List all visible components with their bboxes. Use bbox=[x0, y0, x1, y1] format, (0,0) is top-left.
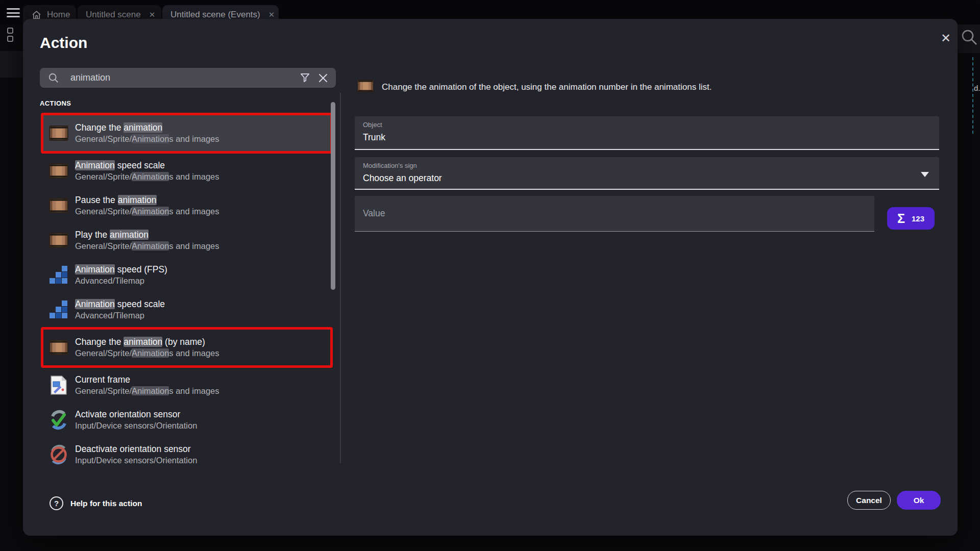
dialog-title: Action bbox=[40, 34, 87, 52]
value-field[interactable] bbox=[355, 196, 874, 232]
action-dialog: Action ✕ ACTIONS Change the animationGen… bbox=[23, 19, 958, 536]
action-item-path: General/Sprite/Animations and images bbox=[75, 348, 219, 359]
action-item-title: Play the animation bbox=[75, 229, 219, 240]
sprite-animation-icon bbox=[357, 79, 374, 95]
orientation-off-icon bbox=[48, 444, 69, 465]
action-item-title: Current frame bbox=[75, 374, 219, 385]
field-label: Modification's sign bbox=[363, 162, 417, 169]
action-item-text: Animation speed scaleAdvanced/Tilemap bbox=[75, 298, 165, 321]
value-input[interactable] bbox=[363, 196, 853, 231]
object-field-value: Trunk bbox=[363, 132, 385, 143]
action-item-title: Animation speed scale bbox=[75, 160, 219, 171]
action-item-text: Current frameGeneral/Sprite/Animations a… bbox=[75, 374, 219, 396]
objects-grid-icon bbox=[7, 28, 13, 44]
tilemap-icon bbox=[48, 264, 69, 286]
tab-close-icon[interactable]: ✕ bbox=[268, 10, 275, 19]
tab-label: Untitled scene (Events) bbox=[170, 10, 260, 20]
tilemap-icon bbox=[48, 299, 69, 320]
action-list-item[interactable]: Change the animation (by name)General/Sp… bbox=[41, 327, 333, 368]
action-item-text: Pause the animationGeneral/Sprite/Animat… bbox=[75, 194, 219, 217]
action-list-item[interactable]: Current frameGeneral/Sprite/Animations a… bbox=[41, 368, 333, 403]
action-list-item[interactable]: Animation speed (FPS)Advanced/Tilemap bbox=[41, 258, 333, 292]
action-item-path: Input/Device sensors/Orientation bbox=[75, 420, 197, 431]
action-list-item[interactable]: Play the animationGeneral/Sprite/Animati… bbox=[41, 223, 333, 258]
action-item-title: Pause the animation bbox=[75, 194, 219, 206]
action-item-title: Change the animation (by name) bbox=[75, 336, 219, 347]
help-icon: ? bbox=[50, 496, 63, 510]
action-item-path: General/Sprite/Animations and images bbox=[75, 386, 219, 396]
action-item-title: Change the animation bbox=[75, 122, 219, 133]
ok-button[interactable]: Ok bbox=[897, 491, 941, 510]
field-label: Object bbox=[363, 121, 382, 129]
action-item-text: Play the animationGeneral/Sprite/Animati… bbox=[75, 229, 219, 252]
help-link[interactable]: ? Help for this action bbox=[50, 496, 142, 510]
action-item-path: General/Sprite/Animations and images bbox=[75, 171, 219, 182]
help-label: Help for this action bbox=[70, 499, 142, 508]
action-item-text: Change the animation (by name)General/Sp… bbox=[75, 336, 219, 359]
action-list-item[interactable]: Deactivate orientation sensorInput/Devic… bbox=[41, 437, 333, 472]
action-item-title: Deactivate orientation sensor bbox=[75, 443, 197, 455]
scrollbar-thumb[interactable] bbox=[331, 102, 335, 290]
object-field[interactable]: Object Trunk bbox=[355, 116, 939, 150]
close-icon[interactable]: ✕ bbox=[937, 29, 955, 47]
expression-editor-button[interactable]: Σ 123 bbox=[887, 207, 935, 230]
magnifier-icon[interactable] bbox=[961, 29, 978, 49]
filter-icon[interactable] bbox=[297, 70, 312, 86]
action-item-path: General/Sprite/Animations and images bbox=[75, 206, 219, 217]
menu-hamburger-icon[interactable] bbox=[7, 8, 20, 17]
action-list-item[interactable]: Change the animationGeneral/Sprite/Anima… bbox=[41, 113, 333, 154]
cancel-button[interactable]: Cancel bbox=[847, 491, 891, 510]
action-item-text: Animation speed scaleGeneral/Sprite/Anim… bbox=[75, 160, 219, 182]
actions-section-label: ACTIONS bbox=[40, 99, 71, 107]
operator-select[interactable]: Modification's sign Choose an operator bbox=[355, 157, 939, 190]
operator-select-value: Choose an operator bbox=[363, 173, 442, 184]
action-item-title: Activate orientation sensor bbox=[75, 409, 197, 420]
action-list-item[interactable]: Animation speed scaleGeneral/Sprite/Anim… bbox=[41, 154, 333, 188]
background-panel-fragment bbox=[0, 51, 23, 78]
tab-close-icon[interactable]: ✕ bbox=[149, 10, 156, 19]
action-list-item[interactable]: Activate orientation sensorInput/Device … bbox=[41, 403, 333, 437]
tab-label: Untitled scene bbox=[86, 10, 141, 20]
action-item-path: Advanced/Tilemap bbox=[75, 276, 167, 286]
action-list-item[interactable]: Animation speed scaleAdvanced/Tilemap bbox=[41, 292, 333, 327]
action-item-text: Deactivate orientation sensorInput/Devic… bbox=[75, 443, 197, 466]
action-item-path: General/Sprite/Animations and images bbox=[75, 134, 219, 144]
action-description: Change the animation of the object, usin… bbox=[382, 82, 938, 92]
action-item-path: General/Sprite/Animations and images bbox=[75, 241, 219, 252]
app-screen: Home Untitled scene ✕ Untitled scene (Ev… bbox=[0, 0, 980, 551]
action-list: Change the animationGeneral/Sprite/Anima… bbox=[41, 113, 333, 472]
orientation-on-icon bbox=[48, 409, 69, 431]
sprite-icon bbox=[48, 160, 69, 182]
search-input[interactable] bbox=[70, 72, 297, 83]
sprite-icon bbox=[48, 337, 69, 358]
frame-icon bbox=[48, 374, 69, 396]
action-item-path: Advanced/Tilemap bbox=[75, 310, 165, 321]
sprite-icon bbox=[48, 122, 69, 144]
sigma-icon: Σ bbox=[897, 212, 905, 225]
sprite-icon bbox=[48, 195, 69, 216]
truncated-background-text: d... bbox=[974, 84, 980, 92]
action-item-title: Animation speed scale bbox=[75, 298, 165, 310]
chevron-down-icon[interactable] bbox=[921, 172, 929, 177]
canvas-selection-guide bbox=[972, 57, 973, 134]
action-item-path: Input/Device sensors/Orientation bbox=[75, 455, 197, 466]
panel-divider bbox=[340, 93, 341, 463]
tab-label: Home bbox=[47, 10, 70, 20]
sprite-icon bbox=[48, 230, 69, 251]
action-search-box[interactable] bbox=[40, 68, 336, 88]
clear-search-icon[interactable] bbox=[315, 70, 331, 86]
action-list-item[interactable]: Pause the animationGeneral/Sprite/Animat… bbox=[41, 188, 333, 223]
action-item-text: Activate orientation sensorInput/Device … bbox=[75, 409, 197, 431]
digits-123-label: 123 bbox=[912, 214, 924, 223]
action-item-title: Animation speed (FPS) bbox=[75, 264, 167, 275]
action-item-text: Animation speed (FPS)Advanced/Tilemap bbox=[75, 264, 167, 286]
search-icon bbox=[48, 72, 59, 84]
action-item-text: Change the animationGeneral/Sprite/Anima… bbox=[75, 122, 219, 144]
